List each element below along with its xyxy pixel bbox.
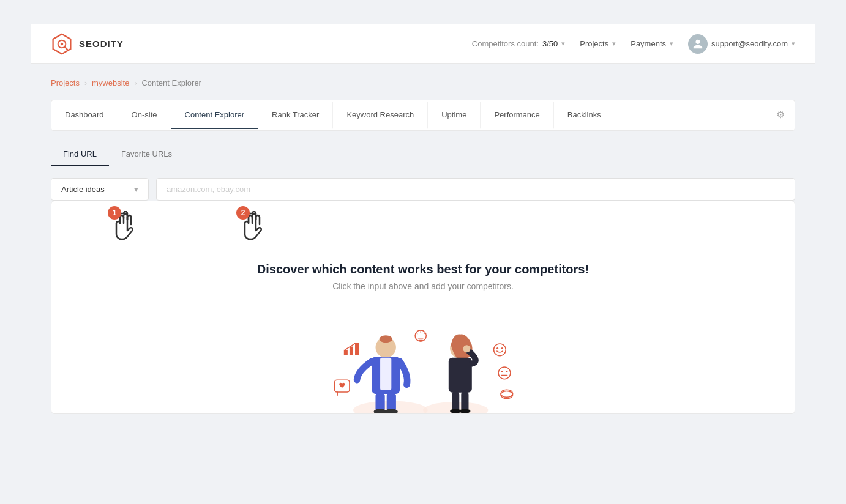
competitors-count[interactable]: Competitors count: 3/50 ▾ — [472, 39, 565, 48]
breadcrumb-sep-1: › — [84, 79, 87, 87]
dropdown-chevron-icon: ▾ — [134, 185, 138, 194]
user-menu[interactable]: support@seodity.com ▾ — [688, 34, 795, 54]
svg-line-3 — [65, 46, 68, 50]
logo-area: SEODITY — [51, 33, 124, 55]
main-container: SEODITY Competitors count: 3/50 ▾ Projec… — [31, 24, 815, 477]
tab-performance[interactable]: Performance — [481, 102, 553, 129]
breadcrumb-sep-2: › — [134, 79, 137, 87]
logo-text: SEODITY — [79, 39, 124, 49]
illustration-area — [51, 303, 795, 413]
svg-rect-23 — [355, 343, 359, 355]
tab-backlinks[interactable]: Backlinks — [554, 102, 615, 129]
tab-rank-tracker[interactable]: Rank Tracker — [258, 102, 333, 129]
svg-point-2 — [61, 42, 64, 45]
tab-content-explorer[interactable]: Content Explorer — [171, 102, 259, 129]
svg-point-27 — [496, 347, 498, 349]
svg-rect-18 — [461, 391, 468, 411]
payments-menu[interactable]: Payments ▾ — [631, 39, 673, 48]
lightbulb-icon — [415, 330, 426, 341]
header-right: Competitors count: 3/50 ▾ Projects ▾ Pay… — [472, 34, 795, 54]
projects-label: Projects — [580, 39, 608, 48]
sub-tab-find-url[interactable]: Find URL — [51, 143, 109, 166]
content-card: 1 2 — [51, 201, 795, 414]
competitors-value: 3/50 — [542, 39, 558, 48]
nav-tabs: Dashboard On-site Content Explorer Rank … — [51, 100, 795, 131]
svg-rect-17 — [452, 391, 459, 411]
user-email: support@seodity.com — [711, 39, 788, 48]
settings-icon[interactable]: ⚙ — [766, 100, 795, 130]
article-ideas-dropdown[interactable]: Article ideas ▾ — [51, 178, 149, 201]
projects-chevron-icon: ▾ — [612, 40, 616, 48]
seodity-logo-icon — [51, 33, 73, 55]
cursor-badge-2: 2 — [236, 206, 250, 220]
cursor-badge-1: 1 — [108, 206, 121, 220]
tab-dashboard[interactable]: Dashboard — [51, 102, 118, 129]
svg-point-20 — [459, 409, 470, 413]
tab-uptime[interactable]: Uptime — [428, 102, 481, 129]
svg-point-31 — [506, 371, 507, 372]
svg-rect-9 — [380, 358, 391, 390]
svg-point-16 — [463, 345, 470, 352]
competitor-input[interactable]: amazon.com, ebay.com — [156, 178, 795, 201]
search-row: Article ideas ▾ amazon.com, ebay.com — [51, 178, 795, 201]
avatar — [688, 34, 708, 54]
svg-point-29 — [498, 367, 511, 379]
svg-rect-22 — [350, 346, 353, 355]
chart-icon — [344, 343, 359, 355]
breadcrumb-mywebsite[interactable]: mywebsite — [92, 78, 129, 87]
svg-rect-21 — [344, 350, 348, 355]
sub-tabs: Find URL Favorite URLs — [51, 143, 795, 166]
main-message: Discover which content works best for yo… — [51, 262, 795, 291]
coin-icon — [501, 390, 513, 398]
header: SEODITY Competitors count: 3/50 ▾ Projec… — [31, 24, 815, 64]
cursor-icons-area: 1 2 — [51, 201, 795, 262]
svg-point-7 — [380, 335, 392, 343]
svg-rect-15 — [449, 358, 472, 393]
heart-chat-icon — [335, 380, 350, 395]
projects-menu[interactable]: Projects ▾ — [580, 39, 616, 48]
breadcrumb-projects[interactable]: Projects — [51, 78, 80, 87]
tab-keyword-research[interactable]: Keyword Research — [333, 102, 428, 129]
breadcrumb-content-explorer: Content Explorer — [141, 78, 201, 87]
payments-label: Payments — [631, 39, 666, 48]
svg-point-26 — [494, 344, 506, 356]
svg-point-30 — [501, 371, 503, 372]
main-subtext: Click the input above and add your compe… — [51, 281, 795, 291]
payments-chevron-icon: ▾ — [670, 40, 673, 48]
emoji-happy-icon — [494, 344, 506, 356]
svg-point-28 — [501, 347, 503, 349]
cursor-1-wrapper: 1 — [113, 211, 149, 255]
tab-onsite[interactable]: On-site — [118, 102, 171, 129]
competitors-chevron-icon: ▾ — [561, 40, 565, 48]
hero-illustration — [307, 303, 539, 414]
breadcrumb: Projects › mywebsite › Content Explorer — [51, 78, 795, 87]
cursor-2-wrapper: 2 — [241, 211, 278, 255]
content-area: Projects › mywebsite › Content Explorer … — [31, 64, 815, 429]
emoji-neutral-icon — [498, 367, 511, 379]
input-placeholder: amazon.com, ebay.com — [167, 185, 250, 194]
dropdown-label: Article ideas — [61, 185, 105, 194]
competitors-label: Competitors count: — [472, 39, 539, 48]
sub-tab-favorite-urls[interactable]: Favorite URLs — [109, 143, 184, 166]
main-heading: Discover which content works best for yo… — [51, 262, 795, 276]
user-chevron-icon: ▾ — [792, 40, 795, 48]
